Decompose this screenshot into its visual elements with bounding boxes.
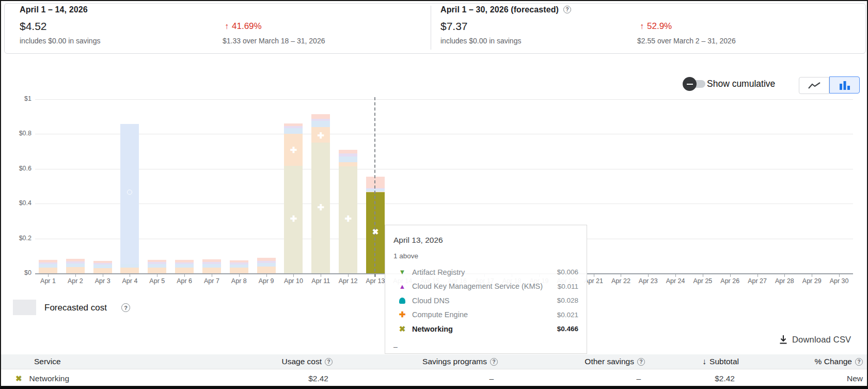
- bar-segment-apr-1-lavender[interactable]: [39, 262, 57, 264]
- bar-segment-apr-12-peach[interactable]: [339, 162, 357, 166]
- col-header-label: Usage cost: [281, 357, 322, 366]
- column-help-icon[interactable]: ?: [490, 358, 498, 366]
- bar-segment-apr-7-peach[interactable]: [202, 268, 221, 273]
- bar-segment-apr-6-lavender[interactable]: [175, 262, 194, 264]
- bar-segment-apr-1-blue[interactable]: [39, 264, 57, 267]
- bar-segment-apr-12-lavender[interactable]: [339, 153, 357, 156]
- bar-chart-button[interactable]: [829, 76, 860, 94]
- col-header-subtotal[interactable]: ↓Subtotal: [649, 357, 743, 366]
- x-axis-tick: [184, 274, 185, 277]
- bar-segment-apr-10-salmon[interactable]: [284, 123, 303, 127]
- bar-segment-apr-5-blue[interactable]: [148, 264, 166, 267]
- x-axis-label: Apr 2: [60, 277, 91, 285]
- bar-segment-apr-12-salmon[interactable]: [339, 150, 357, 154]
- tooltip-service-value: $0.021: [557, 311, 578, 319]
- tooltip-service-name: Cloud DNS: [412, 297, 557, 305]
- bar-segment-apr-7-salmon[interactable]: [202, 259, 221, 262]
- col-header-usage-cost[interactable]: Usage cost?: [203, 357, 337, 366]
- bar-segment-apr-9-salmon[interactable]: [257, 258, 276, 261]
- y-axis-label: $1: [8, 95, 31, 102]
- bar-segment-apr-4-peach[interactable]: [120, 268, 139, 273]
- column-help-icon[interactable]: ?: [325, 358, 333, 366]
- plus-icon: ✚: [398, 310, 407, 319]
- bar-chart-icon: [839, 81, 850, 90]
- bar-segment-apr-12-blue[interactable]: [339, 157, 357, 163]
- col-header-label: Savings programs: [422, 357, 487, 366]
- x-axis-label: Apr 3: [87, 277, 118, 285]
- column-help-icon[interactable]: ?: [855, 358, 863, 366]
- forecasted-cost-help-icon[interactable]: ?: [121, 303, 130, 312]
- col-header--change[interactable]: % Change?: [743, 357, 867, 366]
- cost-table: ServiceUsage cost?Savings programs?Other…: [1, 354, 867, 388]
- forecast-help-icon[interactable]: ?: [563, 6, 571, 13]
- show-cumulative-label: Show cumulative: [707, 79, 775, 89]
- bar-segment-apr-7-blue[interactable]: [202, 264, 221, 268]
- table-row[interactable]: ✖Networking$2.42––$2.42New: [1, 369, 867, 388]
- bar-segment-apr-9-blue[interactable]: [257, 263, 276, 267]
- line-chart-button[interactable]: [799, 77, 829, 94]
- x-axis-label: Apr 4: [114, 277, 145, 285]
- triangle-up-icon: ▲: [398, 283, 407, 290]
- bar-segment-apr-8-lavender[interactable]: [230, 262, 248, 264]
- current-savings-note: includes $0.00 in savings: [20, 37, 100, 45]
- tooltip-row: ▼Artifact Registry$0.006: [393, 265, 578, 279]
- x-axis-tick: [812, 274, 812, 277]
- bar-segment-apr-2-salmon[interactable]: [66, 259, 85, 261]
- bar-segment-apr-3-blue[interactable]: [93, 264, 112, 268]
- bar-segment-apr-9-peach[interactable]: [257, 267, 276, 273]
- gridline-$0.4: [35, 204, 853, 204]
- bar-segment-apr-5-salmon[interactable]: [148, 260, 166, 262]
- bar-segment-apr-3-lavender[interactable]: [93, 263, 112, 264]
- bar-segment-apr-2-peach[interactable]: [66, 267, 85, 273]
- bar-segment-apr-10-lavender[interactable]: [284, 126, 303, 128]
- x-axis-tick: [757, 274, 758, 277]
- bar-segment-apr-11-blue[interactable]: [311, 121, 330, 127]
- show-cumulative-toggle-knob[interactable]: [683, 77, 697, 91]
- bar-segment-apr-6-salmon[interactable]: [175, 260, 194, 262]
- col-header-label: Other savings: [585, 357, 634, 366]
- x-axis-tick: [239, 274, 240, 277]
- bar-segment-apr-5-lavender[interactable]: [148, 262, 166, 264]
- bar-segment-apr-11-salmon[interactable]: [311, 114, 330, 119]
- tooltip-service-name: Compute Engine: [412, 310, 557, 319]
- x-axis-label: Apr 6: [169, 277, 200, 285]
- bar-segment-apr-3-peach[interactable]: [93, 268, 112, 273]
- up-arrow-icon: ↑: [640, 22, 644, 30]
- bar-segment-apr-11-lavender[interactable]: [311, 119, 330, 121]
- col-header-service[interactable]: Service: [1, 357, 203, 366]
- bar-segment-apr-1-salmon[interactable]: [39, 260, 57, 262]
- bar-segment-apr-8-peach[interactable]: [230, 268, 248, 273]
- bar-segment-apr-7-lavender[interactable]: [202, 262, 221, 264]
- bar-segment-apr-8-blue[interactable]: [230, 264, 248, 268]
- col-header-savings-programs[interactable]: Savings programs?: [337, 357, 502, 366]
- bar-segment-apr-6-blue[interactable]: [175, 264, 194, 267]
- x-axis-label: Apr 1: [33, 277, 64, 285]
- col-header-other-savings[interactable]: Other savings?: [502, 357, 649, 366]
- bar-segment-apr-2-lavender[interactable]: [66, 261, 85, 263]
- col-header-label: % Change: [815, 357, 852, 366]
- up-arrow-icon: ↑: [225, 22, 229, 30]
- forecast-amount: $7.37: [440, 20, 468, 33]
- y-axis-label: $0.6: [8, 165, 31, 172]
- x-axis-tick: [212, 274, 212, 277]
- x-axis-tick: [157, 274, 157, 277]
- column-help-icon[interactable]: ?: [637, 358, 645, 366]
- bar-segment-apr-5-peach[interactable]: [148, 268, 166, 273]
- marker-clover: ✚: [289, 214, 298, 224]
- bar-segment-apr-8-salmon[interactable]: [230, 260, 248, 263]
- bar-segment-apr-2-blue[interactable]: [66, 263, 85, 267]
- bar-segment-apr-9-lavender[interactable]: [257, 261, 276, 263]
- download-icon: [779, 335, 788, 345]
- col-header-label: Subtotal: [709, 357, 739, 366]
- download-csv-button[interactable]: Download CSV: [779, 335, 851, 345]
- billing-cost-report-screen: April 1 – 14, 2026 $4.52 includes $0.00 …: [0, 0, 868, 389]
- bar-segment-apr-10-blue[interactable]: [284, 128, 303, 134]
- bar-segment-apr-1-peach[interactable]: [39, 268, 57, 273]
- bar-segment-apr-4-blue[interactable]: [120, 264, 139, 267]
- forecast-change-pct: ↑52.9%: [640, 21, 672, 32]
- bar-segment-apr-6-peach[interactable]: [175, 268, 194, 273]
- x-axis-label: Apr 26: [715, 277, 746, 285]
- selected-day-dashed-line: [374, 97, 375, 277]
- bar-segment-apr-3-salmon[interactable]: [93, 261, 112, 263]
- x-axis-label: Apr 25: [687, 277, 718, 285]
